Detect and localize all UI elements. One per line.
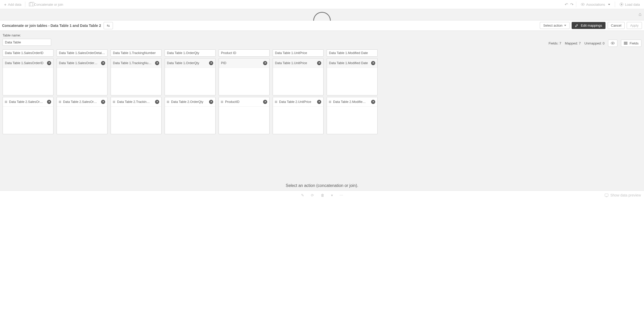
- target-field-cell[interactable]: Data Table 2.SalesOr… ✕: [57, 97, 107, 107]
- remove-icon[interactable]: ✕: [155, 100, 159, 104]
- source-map-box: Data Table 1.SalesOrderID ✕: [3, 58, 53, 95]
- associations-label: Associations: [586, 3, 605, 6]
- column-header[interactable]: Data Table 1.Modified Date: [327, 49, 378, 57]
- source-field-cell[interactable]: PID ✕: [219, 58, 269, 68]
- target-field-label: Data Table 2.Trackin…: [117, 100, 154, 104]
- hint-text: Select an action (concatenation or join)…: [3, 183, 641, 188]
- source-field-cell[interactable]: Data Table 1.UnitPrice ✕: [273, 58, 323, 68]
- select-action-label: Select action: [543, 24, 562, 27]
- bottom-bar: ✎ ⟳ 🗑 ▾ ⋯ Show data preview: [0, 191, 644, 199]
- load-data-label: Load data: [625, 3, 640, 6]
- concat-icon: [29, 3, 33, 6]
- eye-icon: [581, 3, 585, 6]
- swap-icon: ⇆: [107, 24, 110, 28]
- edit-mappings-button[interactable]: Edit mappings: [572, 22, 605, 29]
- drag-handle-icon[interactable]: [167, 101, 170, 103]
- drag-handle-icon[interactable]: [329, 101, 332, 103]
- remove-icon[interactable]: ✕: [317, 100, 321, 104]
- apply-button[interactable]: Apply: [627, 22, 642, 29]
- fields-button-label: Fields: [630, 41, 639, 45]
- target-field-cell[interactable]: Data Table 2.OrderQty ✕: [165, 97, 215, 107]
- drag-handle-icon[interactable]: [5, 101, 7, 103]
- column-header[interactable]: Data Table 1.OrderQty: [165, 49, 216, 57]
- remove-icon[interactable]: ✕: [263, 100, 267, 104]
- separator: [576, 2, 576, 7]
- preview-toggle-button[interactable]: [608, 40, 617, 47]
- plus-icon: [4, 2, 6, 7]
- fields-count: Fields: 7: [549, 41, 561, 45]
- target-field-cell[interactable]: Data Table 2.UnitPrice ✕: [273, 97, 323, 107]
- source-field-cell[interactable]: Data Table 1.SalesOrderID ✕: [3, 58, 53, 68]
- source-map-box: Data Table 1.SalesOrder… ✕: [57, 58, 108, 95]
- unmapped-count: Unmapped: 0: [584, 41, 604, 45]
- remove-icon[interactable]: ✕: [101, 61, 105, 65]
- select-action-dropdown[interactable]: Select action: [540, 22, 569, 29]
- monitor-icon: [605, 194, 608, 197]
- remove-icon[interactable]: ✕: [155, 61, 159, 65]
- remove-icon[interactable]: ✕: [263, 61, 267, 65]
- source-map-box: Data Table 1.OrderQty ✕: [165, 58, 216, 95]
- redo-icon[interactable]: ↷: [570, 2, 573, 7]
- top-toolbar: Add data Concatenate or join ↶ ↷ Associa…: [0, 0, 644, 9]
- concat-join-button[interactable]: Concatenate or join: [27, 2, 65, 7]
- associations-button[interactable]: Associations: [579, 2, 612, 7]
- overview-strip: ⌂: [0, 9, 644, 20]
- target-field-cell[interactable]: Data Table 2.Trackin… ✕: [111, 97, 161, 107]
- remove-icon[interactable]: ✕: [209, 61, 213, 65]
- remove-icon[interactable]: ✕: [371, 61, 375, 65]
- target-field-label: Data Table 2.SalesOr…: [63, 100, 99, 104]
- source-field-cell[interactable]: Data Table 1.Modified Date ✕: [327, 58, 377, 68]
- source-field-cell[interactable]: Data Table 1.SalesOrder… ✕: [57, 58, 107, 68]
- target-map-box: Data Table 2.UnitPrice ✕: [273, 97, 324, 134]
- undo-icon[interactable]: ↶: [565, 2, 568, 7]
- target-field-label: Data Table 2.OrderQty: [171, 100, 208, 104]
- mapping-column: Data Table 1.OrderQty Data Table 1.Order…: [165, 49, 216, 134]
- edit-mappings-label: Edit mappings: [581, 24, 602, 27]
- refresh-icon[interactable]: ⟳: [311, 193, 314, 197]
- source-field-cell[interactable]: Data Table 1.TrackingNu… ✕: [111, 58, 161, 68]
- add-data-button[interactable]: Add data: [2, 1, 24, 8]
- remove-icon[interactable]: ✕: [209, 100, 213, 104]
- fields-info-row: Fields: 7 Mapped: 7 Unmapped: 0 Fields: [549, 40, 641, 47]
- target-field-cell[interactable]: Data Table 2.Modifie… ✕: [327, 97, 377, 107]
- target-map-box: Data Table 2.SalesOr… ✕: [57, 97, 108, 134]
- mapping-column: Product ID PID ✕ ProductID ✕: [219, 49, 270, 134]
- remove-icon[interactable]: ✕: [101, 100, 105, 104]
- edit-icon[interactable]: ✎: [301, 193, 304, 197]
- mapping-column: Data Table 1.UnitPrice Data Table 1.Unit…: [273, 49, 324, 134]
- remove-icon[interactable]: ✕: [47, 61, 51, 65]
- load-data-button[interactable]: Load data: [618, 2, 642, 7]
- filter-icon[interactable]: ▾: [331, 193, 333, 197]
- column-header[interactable]: Data Table 1.UnitPrice: [273, 49, 324, 57]
- home-icon[interactable]: ⌂: [639, 12, 641, 17]
- overview-handle[interactable]: [313, 12, 331, 21]
- delete-icon[interactable]: 🗑: [321, 193, 324, 197]
- drag-handle-icon[interactable]: [275, 101, 278, 103]
- target-field-cell[interactable]: ProductID ✕: [219, 97, 269, 107]
- action-bar: Concatenate or join tables - Data Table …: [0, 20, 644, 31]
- column-header[interactable]: Data Table 1.SalesOrderDetailID: [57, 49, 108, 57]
- remove-icon[interactable]: ✕: [317, 61, 321, 65]
- separator: [615, 2, 615, 7]
- fields-button[interactable]: Fields: [621, 40, 641, 47]
- source-map-box: Data Table 1.Modified Date ✕: [327, 58, 378, 95]
- source-field-cell[interactable]: Data Table 1.OrderQty ✕: [165, 58, 215, 68]
- column-header[interactable]: Data Table 1.TrackingNumber: [111, 49, 162, 57]
- target-map-box: Data Table 2.OrderQty ✕: [165, 97, 216, 134]
- drag-handle-icon[interactable]: [221, 101, 224, 103]
- drag-handle-icon[interactable]: [113, 101, 116, 103]
- swap-tables-button[interactable]: ⇆: [104, 22, 113, 29]
- cancel-button[interactable]: Cancel: [608, 22, 625, 29]
- mapping-column: Data Table 1.Modified Date Data Table 1.…: [327, 49, 378, 134]
- table-name-input[interactable]: [3, 39, 51, 46]
- target-field-cell[interactable]: Data Table 2.SalesOr… ✕: [3, 97, 53, 107]
- show-data-preview-button[interactable]: Show data preview: [605, 193, 641, 197]
- column-header[interactable]: Product ID: [219, 49, 270, 57]
- remove-icon[interactable]: ✕: [371, 100, 375, 104]
- source-map-box: PID ✕: [219, 58, 270, 95]
- source-field-label: Data Table 1.OrderQty: [167, 61, 208, 65]
- drag-handle-icon[interactable]: [59, 101, 62, 103]
- column-header[interactable]: Data Table 1.SalesOrderID: [3, 49, 53, 57]
- remove-icon[interactable]: ✕: [47, 100, 51, 104]
- more-icon[interactable]: ⋯: [340, 193, 343, 197]
